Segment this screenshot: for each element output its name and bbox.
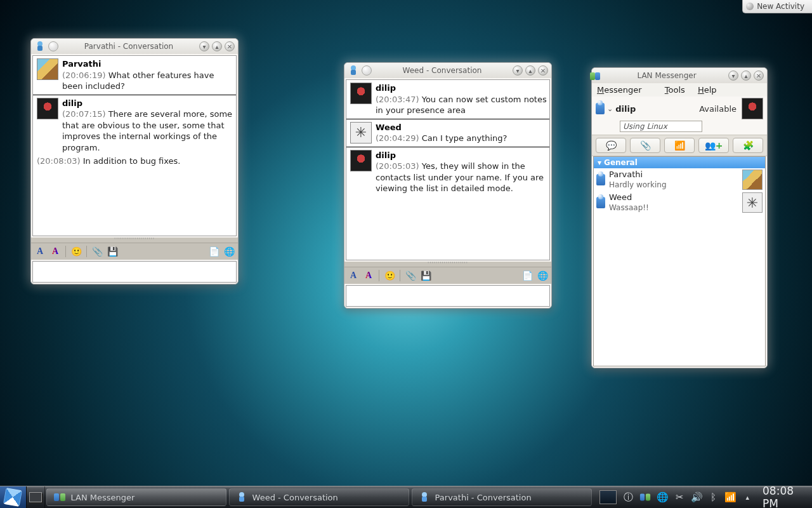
history-button[interactable]: 📄 xyxy=(207,245,220,258)
taskbar: LAN Messenger Weed - Conversation Parvat… xyxy=(0,486,812,508)
emoticon-button[interactable]: 🙂 xyxy=(70,245,82,258)
menu-tools[interactable]: Tools xyxy=(665,85,685,95)
emoticon-button[interactable]: 🙂 xyxy=(383,269,396,282)
system-tray: ⓘ 🌐 ✂ 🔊 ᛒ 📶 ▴ 08:08 PM xyxy=(593,486,812,508)
presence-icon xyxy=(596,103,605,114)
message-input[interactable] xyxy=(346,285,550,307)
splitter-grip[interactable]: '''''''''''''''''''' xyxy=(31,237,238,243)
volume-icon[interactable]: 🔊 xyxy=(691,491,702,503)
separator xyxy=(379,270,379,281)
my-status: Available xyxy=(699,104,737,114)
messenger-tray-icon[interactable] xyxy=(639,491,651,503)
taskbar-item-label: Parvathi - Conversation xyxy=(435,493,532,502)
sticky-toggle-icon[interactable] xyxy=(362,65,372,76)
message-input[interactable] xyxy=(32,261,237,283)
contact-item[interactable]: Weed Wassaap!! xyxy=(594,191,765,214)
message-sender: dilip xyxy=(376,150,396,160)
save-button[interactable]: 💾 xyxy=(419,269,432,282)
contact-avatar xyxy=(742,192,763,213)
sticky-toggle-icon[interactable] xyxy=(48,41,58,51)
message-text: Weed (20:04:29) Can I type anything? xyxy=(376,122,547,144)
chat-icon xyxy=(236,491,247,503)
avatar xyxy=(350,122,372,144)
activity-switcher[interactable] xyxy=(27,486,45,508)
tray-expand-icon[interactable]: ▴ xyxy=(743,491,752,503)
contact-name: Weed xyxy=(609,192,738,203)
klipper-icon[interactable]: ✂ xyxy=(675,491,684,503)
format-toolbar: A A 🙂 📎 💾 📄 🌐 xyxy=(344,267,551,284)
presence-row: ⌄ dilip Available xyxy=(592,97,767,119)
titlebar[interactable]: Weed - Conversation ▾ ▴ ✕ xyxy=(344,63,551,78)
collapse-icon: ▾ xyxy=(598,158,601,167)
my-name: dilip xyxy=(615,104,636,114)
globe-icon[interactable]: 🌐 xyxy=(657,491,669,503)
refresh-button[interactable]: 🌐 xyxy=(536,269,549,282)
font-color-button[interactable]: A xyxy=(362,269,375,282)
menu-messenger[interactable]: Messenger xyxy=(597,85,652,95)
attach-button[interactable]: 📎 xyxy=(91,245,103,258)
contact-group-header[interactable]: ▾ General xyxy=(594,157,765,168)
k-menu-button[interactable] xyxy=(0,486,27,508)
wifi-icon[interactable]: 📶 xyxy=(725,491,737,503)
message-text: dilip (20:05:03) Yes, they will show in … xyxy=(376,150,547,194)
refresh-button[interactable]: 🌐 xyxy=(223,245,235,258)
clock[interactable]: 08:08 PM xyxy=(763,485,806,508)
splitter-grip[interactable]: '''''''''''''''''''' xyxy=(344,262,551,267)
broadcast-button[interactable]: 📶 xyxy=(664,138,695,153)
close-button[interactable]: ✕ xyxy=(225,41,235,51)
menu-help[interactable]: Help xyxy=(698,85,717,95)
save-button[interactable]: 💾 xyxy=(106,245,119,258)
message-body: Can I type anything? xyxy=(422,133,508,143)
svg-rect-7 xyxy=(422,497,427,502)
messenger-toolbar: 💬 📎 📶 👥+ 🧩 xyxy=(592,135,767,156)
conversation-log: Parvathi (20:06:19) What other features … xyxy=(32,55,237,236)
attach-button[interactable]: 📎 xyxy=(404,269,417,282)
message-block: dilip (20:03:47) You can now set custom … xyxy=(346,80,549,119)
minimize-button[interactable]: ▾ xyxy=(728,70,738,81)
close-button[interactable]: ✕ xyxy=(754,70,764,81)
taskbar-item-parvathi[interactable]: Parvathi - Conversation xyxy=(412,488,592,506)
taskbar-item-label: LAN Messenger xyxy=(71,493,135,502)
info-icon[interactable]: ⓘ xyxy=(623,491,632,503)
maximize-button[interactable]: ▴ xyxy=(212,41,222,51)
chat-button[interactable]: 💬 xyxy=(596,138,626,153)
font-button[interactable]: A xyxy=(347,269,360,282)
message-time: (20:07:15) xyxy=(62,109,106,119)
history-button[interactable]: 📄 xyxy=(521,269,534,282)
titlebar[interactable]: Parvathi - Conversation ▾ ▴ ✕ xyxy=(31,39,238,54)
bluetooth-icon[interactable]: ᛒ xyxy=(709,491,718,503)
contact-text: Parvathi Hardly working xyxy=(609,170,738,189)
maximize-button[interactable]: ▴ xyxy=(525,65,535,76)
app-icon xyxy=(34,41,46,52)
app-icon xyxy=(595,70,605,81)
status-note-input[interactable] xyxy=(620,121,702,132)
close-button[interactable]: ✕ xyxy=(538,65,548,76)
presence-icon xyxy=(596,197,605,208)
message-sender: Parvathi xyxy=(62,59,102,69)
status-dropdown[interactable]: ⌄ xyxy=(607,105,613,113)
settings-button[interactable]: 🧩 xyxy=(733,138,763,153)
maximize-button[interactable]: ▴ xyxy=(741,70,751,81)
message-text: Parvathi (20:06:19) What other features … xyxy=(62,58,233,92)
message-text: dilip (20:03:47) You can now set custom … xyxy=(376,83,547,116)
new-activity-button[interactable]: New Activity xyxy=(742,0,812,13)
app-icon xyxy=(348,65,359,76)
kde-logo-icon xyxy=(3,488,22,507)
titlebar[interactable]: LAN Messenger ▾ ▴ ✕ xyxy=(592,68,767,83)
font-button[interactable]: A xyxy=(34,245,46,258)
minimize-button[interactable]: ▾ xyxy=(513,65,523,76)
message-block: dilip (20:05:03) Yes, they will show in … xyxy=(346,147,549,197)
add-contact-button[interactable]: 👥+ xyxy=(698,138,729,153)
send-file-button[interactable]: 📎 xyxy=(630,138,660,153)
taskbar-item-weed[interactable]: Weed - Conversation xyxy=(229,488,409,506)
status-note-row xyxy=(620,121,739,132)
font-color-button[interactable]: A xyxy=(49,245,62,258)
my-avatar[interactable] xyxy=(742,98,763,119)
contact-text: Weed Wassaap!! xyxy=(609,192,738,212)
contact-item[interactable]: Parvathi Hardly working xyxy=(594,168,765,191)
menubar: Messenger Tools Help xyxy=(592,83,767,97)
minimize-button[interactable]: ▾ xyxy=(199,41,209,51)
taskbar-item-lan-messenger[interactable]: LAN Messenger xyxy=(46,488,226,506)
desktop-pager[interactable] xyxy=(599,490,617,504)
message-body: In addition to bug fixes. xyxy=(83,156,181,166)
